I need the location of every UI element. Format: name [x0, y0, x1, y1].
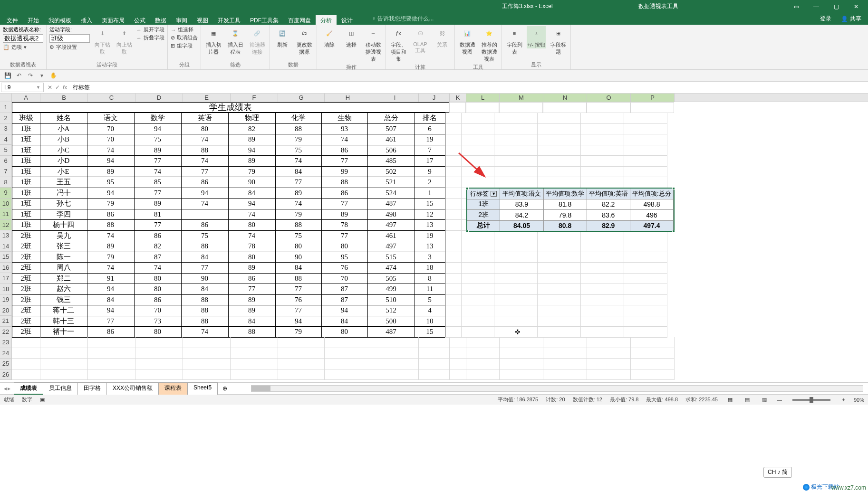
- table-cell[interactable]: 小C: [40, 145, 87, 156]
- table-cell[interactable]: 95: [87, 177, 135, 188]
- table-cell[interactable]: 88: [275, 123, 322, 135]
- options-button[interactable]: 📋 选项 ▾: [3, 44, 43, 51]
- row-header-1[interactable]: 1: [0, 102, 12, 113]
- table-cell[interactable]: 86: [228, 273, 276, 284]
- table-cell[interactable]: 小A: [40, 123, 87, 135]
- table-cell[interactable]: 4: [415, 305, 445, 316]
- table-cell[interactable]: 80: [321, 326, 368, 338]
- horizontal-scrollbar[interactable]: [251, 385, 863, 392]
- view-normal-icon[interactable]: ▦: [725, 396, 735, 404]
- insert-timeline-button[interactable]: ⌛插入日程表: [226, 26, 245, 56]
- spreadsheet[interactable]: ABCDEFGHIJKLMNOP 12345678910111213141516…: [0, 94, 868, 382]
- table-cell[interactable]: 87: [321, 294, 368, 306]
- field-settings-button[interactable]: ⚙ 字段设置: [49, 44, 90, 51]
- table-cell[interactable]: 86: [134, 294, 182, 306]
- table-cell[interactable]: 91: [87, 273, 135, 284]
- table-cell[interactable]: 10: [415, 316, 445, 327]
- table-cell[interactable]: 77: [181, 262, 229, 274]
- menu-tab-开始[interactable]: 开始: [23, 15, 44, 26]
- pivot-cell[interactable]: 81.8: [544, 199, 587, 210]
- table-cell[interactable]: 80: [181, 123, 229, 135]
- field-list-button[interactable]: ≡字段列表: [505, 26, 524, 56]
- table-cell[interactable]: 15: [415, 198, 445, 209]
- col-header-H[interactable]: H: [325, 94, 371, 102]
- ungroup-button[interactable]: ⊘ 取消组合: [171, 34, 198, 41]
- table-cell[interactable]: 82: [228, 123, 276, 135]
- table-cell[interactable]: 88: [87, 219, 135, 231]
- table-cell[interactable]: 79: [275, 326, 322, 338]
- table-cell[interactable]: 2: [415, 177, 445, 188]
- table-cell[interactable]: 1班: [12, 145, 40, 156]
- table-cell[interactable]: 78: [321, 219, 368, 231]
- table-cell[interactable]: 74: [134, 166, 182, 178]
- selection-handle[interactable]: [466, 230, 469, 233]
- table-cell[interactable]: 12: [415, 209, 445, 220]
- col-header-J[interactable]: J: [419, 94, 450, 102]
- table-cell[interactable]: 77: [275, 284, 322, 295]
- table-cell[interactable]: 474: [367, 262, 415, 274]
- table-cell[interactable]: 500: [367, 316, 415, 327]
- formula-input[interactable]: 行标签: [70, 82, 868, 93]
- table-cell[interactable]: 2班: [12, 326, 40, 338]
- row-header-19[interactable]: 19: [0, 294, 12, 305]
- pivot-total-cell[interactable]: 497.4: [630, 221, 674, 232]
- table-cell[interactable]: 79: [275, 209, 322, 220]
- table-cell[interactable]: 497: [367, 219, 415, 231]
- insert-slicer-button[interactable]: ▦插入切片器: [204, 26, 223, 56]
- table-cell[interactable]: 郑二: [40, 273, 87, 284]
- redo-icon[interactable]: ↷: [27, 72, 34, 79]
- table-cell[interactable]: 94: [87, 284, 135, 295]
- table-cell[interactable]: 77: [134, 188, 182, 199]
- menu-tab-PDF工具集[interactable]: PDF工具集: [245, 15, 283, 26]
- table-cell[interactable]: 497: [367, 241, 415, 252]
- view-page-icon[interactable]: ▤: [743, 396, 752, 404]
- table-cell[interactable]: 95: [321, 252, 368, 263]
- table-cell[interactable]: 77: [321, 230, 368, 242]
- table-cell[interactable]: 90: [275, 252, 322, 263]
- table-cell[interactable]: 89: [228, 155, 276, 167]
- table-cell[interactable]: 461: [367, 230, 415, 242]
- enter-formula-icon[interactable]: ✓: [55, 84, 60, 91]
- table-cell[interactable]: 94: [134, 123, 182, 135]
- zoom-out-button[interactable]: —: [777, 397, 782, 403]
- table-cell[interactable]: 74: [87, 230, 135, 242]
- tab-scroll-left-icon[interactable]: ◂: [4, 385, 7, 392]
- table-cell[interactable]: 1班: [12, 209, 40, 220]
- table-cell[interactable]: 小D: [40, 155, 87, 167]
- table-cell[interactable]: 蒋十二: [40, 305, 87, 316]
- row-header-7[interactable]: 7: [0, 166, 12, 177]
- table-cell[interactable]: 74: [275, 198, 322, 209]
- touch-mode-icon[interactable]: ✋: [49, 72, 57, 79]
- row-header-21[interactable]: 21: [0, 316, 12, 327]
- pivot-cell[interactable]: 84.2: [500, 210, 543, 221]
- table-cell[interactable]: 86: [87, 209, 135, 220]
- pivot-total-cell[interactable]: 82.9: [587, 221, 630, 232]
- table-cell[interactable]: 87: [134, 252, 182, 263]
- col-header-M[interactable]: M: [500, 94, 543, 102]
- status-record-icon[interactable]: ▣: [40, 397, 45, 403]
- table-cell[interactable]: 褚十一: [40, 326, 87, 338]
- table-cell[interactable]: 74: [321, 134, 368, 145]
- table-cell[interactable]: 11: [415, 284, 445, 295]
- view-break-icon[interactable]: ▧: [760, 396, 769, 404]
- table-cell[interactable]: 2班: [12, 316, 40, 327]
- col-header-B[interactable]: B: [40, 94, 88, 102]
- pivot-cell[interactable]: 1班: [467, 199, 500, 210]
- table-cell[interactable]: 陈一: [40, 252, 87, 263]
- table-cell[interactable]: 512: [367, 305, 415, 316]
- table-cell[interactable]: 499: [367, 284, 415, 295]
- table-cell[interactable]: 5: [415, 294, 445, 306]
- table-cell[interactable]: 89: [228, 134, 276, 145]
- table-cell[interactable]: 2班: [12, 305, 40, 316]
- table-cell[interactable]: [181, 209, 229, 220]
- table-cell[interactable]: 88: [275, 219, 322, 231]
- table-cell[interactable]: 80: [228, 252, 276, 263]
- filter-dropdown-icon[interactable]: ▼: [491, 191, 497, 197]
- table-cell[interactable]: 86: [134, 230, 182, 242]
- table-cell[interactable]: 77: [134, 155, 182, 167]
- table-cell[interactable]: 6: [415, 123, 445, 135]
- table-cell[interactable]: 89: [134, 198, 182, 209]
- table-cell[interactable]: 75: [275, 230, 322, 242]
- sheet-tab-成绩表[interactable]: 成绩表: [14, 382, 43, 395]
- pivot-cell[interactable]: 79.8: [544, 210, 587, 221]
